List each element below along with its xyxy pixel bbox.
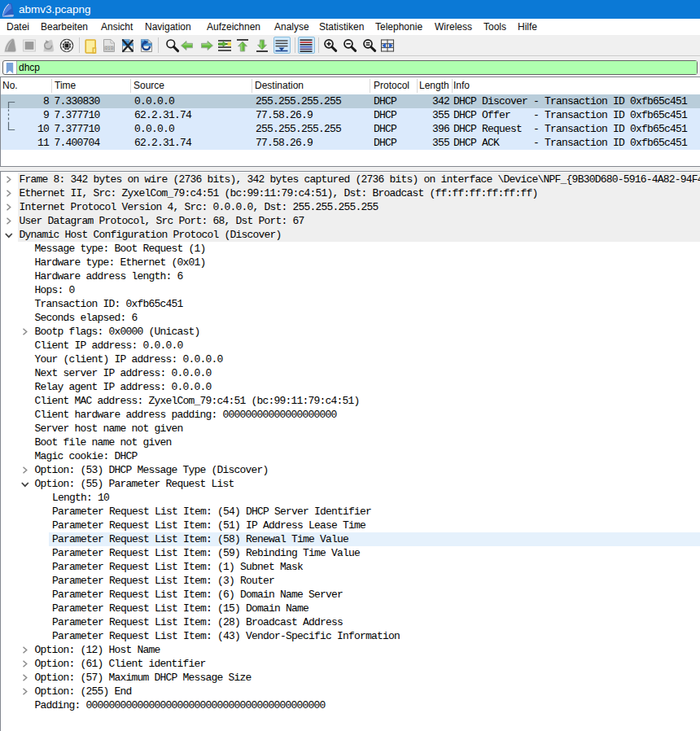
svg-text:010: 010 <box>105 46 113 51</box>
